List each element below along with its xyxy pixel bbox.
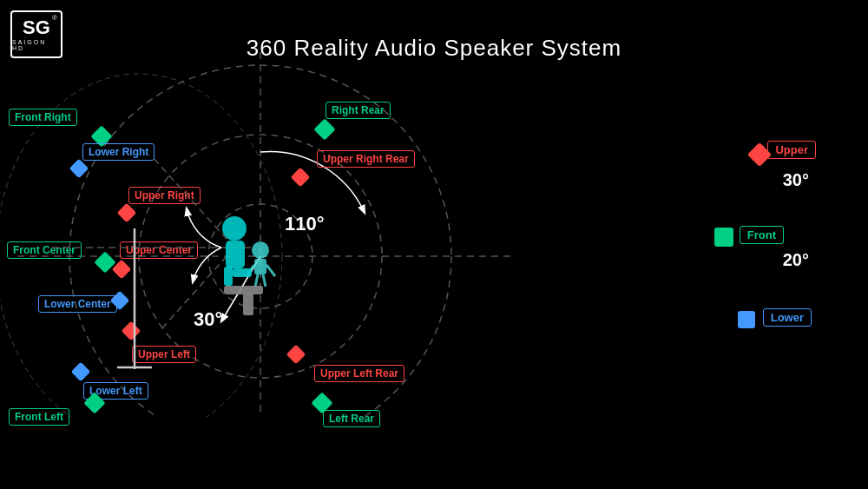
svg-line-14 (161, 248, 234, 330)
label-lower-side: Lower (763, 308, 812, 327)
right-angle-30: 30° (783, 170, 809, 190)
right-angle-20: 20° (783, 250, 809, 270)
label-left-rear: Left Rear (323, 410, 380, 427)
svg-point-17 (222, 216, 247, 241)
label-right-rear: Right Rear (326, 102, 391, 119)
label-upper-left-rear: Upper Left Rear (314, 365, 404, 382)
svg-rect-19 (224, 267, 233, 286)
svg-line-13 (152, 156, 234, 248)
svg-rect-20 (233, 268, 252, 277)
right-diagram-svg (0, 74, 269, 447)
label-upper: Upper (767, 141, 816, 159)
svg-rect-18 (226, 241, 245, 268)
spk-front-right-side (714, 228, 733, 247)
spk-lower-side (738, 311, 755, 328)
svg-rect-21 (224, 286, 263, 294)
angle-110: 110° (285, 213, 325, 235)
label-upper-right-rear: Upper Right Rear (317, 150, 415, 168)
label-front-right-side: Front (740, 226, 784, 244)
svg-rect-22 (243, 294, 253, 315)
